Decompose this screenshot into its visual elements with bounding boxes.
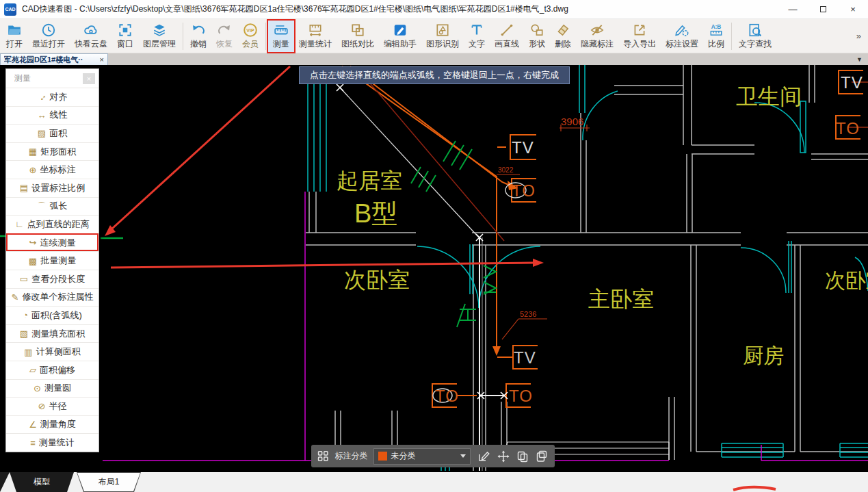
toolbar-button-text-search[interactable]: 文字查找 bbox=[734, 21, 776, 52]
measure-item-scale-setting[interactable]: ▤设置标注比例 bbox=[6, 179, 98, 197]
classify-dropdown[interactable]: 未分类 bbox=[373, 448, 471, 465]
area-icon: ▨ bbox=[38, 129, 46, 138]
toolbar-label: 画直线 bbox=[495, 38, 519, 50]
toolbar-button-redo[interactable]: 恢复 bbox=[211, 21, 237, 52]
toolbar-overflow-button[interactable]: » bbox=[856, 31, 867, 41]
side-area-icon: ▥ bbox=[24, 348, 32, 357]
measure-item-rect-area[interactable]: ▦矩形面积 bbox=[6, 142, 98, 161]
copy-annotation-button[interactable] bbox=[516, 450, 529, 463]
toolbar-button-measure[interactable]: 测量 bbox=[268, 21, 294, 52]
measure-item-label: 查看分段长度 bbox=[31, 273, 85, 285]
rect-area-icon: ▦ bbox=[29, 147, 37, 156]
measure-item-arc-length[interactable]: ⌒弧长 bbox=[6, 197, 98, 216]
measure-item-label: 面积 bbox=[49, 127, 67, 140]
main-toolbar: 打开 最近打开 快看云盘 窗口 图层管理 撤销 恢复 VIP会员 测量 测量统计… bbox=[0, 19, 868, 53]
toolbar-button-recent[interactable]: 最近打开 bbox=[27, 21, 70, 52]
toolbar-button-hide-annotations[interactable]: 隐藏标注 bbox=[576, 21, 618, 52]
measure-item-label: 设置标注比例 bbox=[31, 182, 85, 194]
scale-setting-icon: ▤ bbox=[20, 183, 28, 192]
vip-icon: VIP bbox=[243, 23, 258, 38]
toolbar-button-layers[interactable]: 图层管理 bbox=[138, 21, 181, 52]
measure-panel-close-icon[interactable]: × bbox=[83, 73, 95, 84]
copy-icon bbox=[516, 450, 529, 463]
toolbar-label: 标注设置 bbox=[666, 38, 698, 50]
toolbar-button-scale[interactable]: A:B比例 bbox=[703, 21, 729, 52]
sheet-tab-layout1[interactable]: 布局1 bbox=[77, 472, 141, 492]
segment-length-icon: ▭ bbox=[20, 274, 28, 283]
drawing-canvas[interactable]: 起居室 B型 次卧室 主卧室 卫生间 厨房 次卧室 TV TO TV TO TV… bbox=[0, 65, 868, 472]
maximize-button[interactable] bbox=[808, 0, 838, 19]
annotation-settings-icon bbox=[674, 23, 689, 38]
measure-item-label: 连续测量 bbox=[40, 237, 75, 249]
edit-icon bbox=[477, 450, 490, 463]
to-label: TO bbox=[512, 181, 536, 200]
to-label: TO bbox=[836, 119, 860, 138]
measure-item-point-line-distance[interactable]: ∟点到直线的距离 bbox=[6, 215, 98, 233]
move-annotation-button[interactable] bbox=[497, 450, 510, 463]
measure-item-label: 线性 bbox=[50, 109, 68, 121]
measure-item-statistics[interactable]: ≡测量统计 bbox=[6, 433, 98, 452]
measure-item-angle[interactable]: ∠测量角度 bbox=[6, 415, 98, 434]
close-button[interactable]: × bbox=[838, 0, 868, 19]
toolbar-button-open[interactable]: 打开 bbox=[1, 21, 27, 52]
measure-item-side-area[interactable]: ▥计算侧面积 bbox=[6, 342, 98, 361]
measure-item-circle[interactable]: ⊙测量圆 bbox=[6, 379, 98, 398]
layers-icon bbox=[152, 23, 167, 38]
measure-item-continuous[interactable]: ↪连续测量 bbox=[6, 233, 98, 252]
text-search-icon bbox=[748, 23, 763, 38]
cloud-icon bbox=[83, 23, 98, 38]
area-offset-icon: ▱ bbox=[29, 365, 36, 374]
window-select-icon bbox=[118, 23, 133, 38]
toolbar-label: 窗口 bbox=[117, 38, 133, 50]
app-logo-icon: CAD bbox=[4, 3, 16, 16]
toolbar-button-shape-recognition[interactable]: 图形识别 bbox=[421, 21, 464, 52]
measure-item-batch[interactable]: ▩批量测量 bbox=[6, 251, 98, 270]
hint-tooltip: 点击左键选择直线的端点或弧线，空格键退回上一点，右键完成 bbox=[299, 66, 570, 84]
toolbar-button-draw-line[interactable]: 画直线 bbox=[490, 21, 524, 52]
measure-item-align[interactable]: ↔对齐 bbox=[6, 88, 98, 106]
toolbar-button-delete[interactable]: 删除 bbox=[550, 21, 576, 52]
paste-annotation-button[interactable] bbox=[536, 450, 549, 463]
toolbar-button-compare[interactable]: 图纸对比 bbox=[337, 21, 379, 52]
toolbar-button-measure-stats[interactable]: 测量统计 bbox=[294, 21, 337, 52]
document-tab[interactable]: 军苑花园D区1#楼电气·· × bbox=[0, 53, 108, 65]
toolbar-button-import-export[interactable]: 导入导出 bbox=[618, 21, 661, 52]
measure-item-segment-length[interactable]: ▭查看分段长度 bbox=[6, 270, 98, 288]
collapse-toolbar-icon[interactable]: ▼ bbox=[856, 56, 863, 63]
edit-annotation-button[interactable] bbox=[477, 450, 490, 463]
cad-drawing[interactable]: 起居室 B型 次卧室 主卧室 卫生间 厨房 次卧室 TV TO TV TO TV… bbox=[0, 65, 868, 472]
room-label: 主卧室 bbox=[588, 287, 654, 311]
toolbar-button-edit-assistant[interactable]: 编辑助手 bbox=[379, 21, 421, 52]
toolbar-button-vip[interactable]: VIP会员 bbox=[237, 21, 263, 52]
sheet-tab-model[interactable]: 模型 bbox=[10, 472, 74, 492]
cad-viewer-window: CAD CAD快速看图 - C:\Users\zfzfy\Desktop\文章\… bbox=[0, 0, 868, 492]
continuous-measure-icon: ↪ bbox=[29, 238, 37, 247]
toolbar-button-annotation-settings[interactable]: 标注设置 bbox=[661, 21, 703, 52]
sheet-tab-label: 布局1 bbox=[77, 473, 140, 491]
measure-item-label: 修改单个标注属性 bbox=[22, 291, 93, 303]
measure-item-fill-area[interactable]: ▧测量填充面积 bbox=[6, 324, 98, 343]
measure-item-coordinate[interactable]: ⊕坐标标注 bbox=[6, 160, 98, 179]
tab-close-icon[interactable]: × bbox=[100, 55, 104, 64]
measure-item-label: 测量统计 bbox=[39, 437, 75, 449]
document-tab-label: 军苑花园D区1#楼电气·· bbox=[4, 55, 83, 65]
toolbar-button-undo[interactable]: 撤销 bbox=[185, 21, 211, 52]
red-annotation-mark bbox=[731, 483, 780, 492]
toolbar-label: 图纸对比 bbox=[341, 38, 374, 50]
title-bar: CAD CAD快速看图 - C:\Users\zfzfy\Desktop\文章\… bbox=[0, 0, 868, 19]
measure-item-linear[interactable]: ↔线性 bbox=[6, 106, 98, 125]
toolbar-button-text[interactable]: 文字 bbox=[464, 21, 490, 52]
toolbar-button-window[interactable]: 窗口 bbox=[112, 21, 138, 52]
grid-icon[interactable] bbox=[317, 450, 328, 462]
measure-item-radius[interactable]: ⊘半径 bbox=[6, 397, 98, 415]
toolbar-button-shapes[interactable]: 形状 bbox=[524, 21, 550, 52]
room-label: 卫生间 bbox=[736, 84, 802, 109]
minimize-button[interactable]: — bbox=[778, 0, 808, 19]
measure-item-area[interactable]: ▨面积 bbox=[6, 124, 98, 142]
measure-item-area-offset[interactable]: ▱面积偏移 bbox=[6, 361, 98, 379]
linear-icon: ↔ bbox=[38, 111, 47, 120]
measure-item-label: 测量圆 bbox=[44, 382, 71, 394]
toolbar-button-cloud[interactable]: 快看云盘 bbox=[70, 21, 112, 52]
measure-item-area-arc[interactable]: ◔面积(含弧线) bbox=[6, 306, 98, 324]
measure-item-modify-attribute[interactable]: ✎修改单个标注属性 bbox=[6, 288, 98, 307]
